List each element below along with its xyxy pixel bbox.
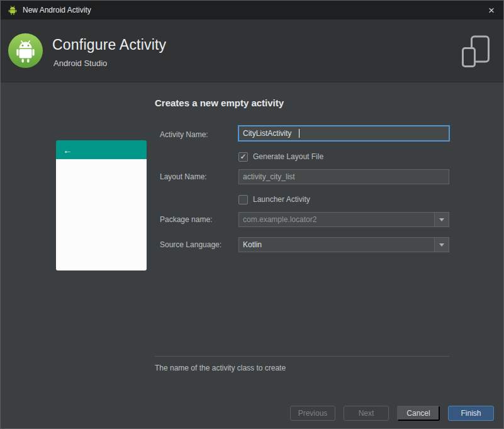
wizard-header: Configure Activity Android Studio: [1, 20, 503, 82]
activity-name-label: Activity Name:: [160, 130, 208, 139]
preview-appbar: ←: [56, 140, 147, 159]
source-language-label: Source Language:: [160, 240, 221, 249]
previous-button[interactable]: Previous: [290, 406, 335, 421]
preview-body: [56, 159, 147, 270]
text-caret: [299, 129, 300, 138]
back-arrow-icon: ←: [63, 145, 72, 155]
new-android-activity-dialog: New Android Activity ×: [0, 0, 504, 429]
generate-layout-label: Generate Layout File: [253, 152, 323, 161]
chevron-down-icon: [439, 243, 444, 247]
source-language-combobox[interactable]: Kotlin: [238, 237, 449, 252]
chevron-down-icon: [439, 218, 444, 221]
activity-preview: ←: [56, 140, 147, 270]
activity-name-field-wrap: [238, 126, 449, 141]
wizard-body: Creates a new empty activity ← Activity …: [1, 83, 503, 428]
generate-layout-checkbox-row[interactable]: ✓ Generate Layout File: [238, 152, 323, 162]
title-bar: New Android Activity ×: [1, 1, 503, 20]
next-button[interactable]: Next: [344, 406, 389, 421]
separator: [155, 356, 449, 357]
package-name-combobox[interactable]: com.example.locator2: [238, 212, 449, 227]
package-name-label: Package name:: [160, 215, 212, 224]
package-dropdown-button[interactable]: [434, 213, 449, 226]
finish-button[interactable]: Finish: [448, 406, 494, 421]
wizard-subtitle: Android Studio: [53, 58, 107, 68]
package-name-value: com.example.locator2: [239, 213, 434, 226]
window-title: New Android Activity: [23, 6, 91, 14]
android-icon: [8, 5, 18, 15]
launcher-checkbox[interactable]: [238, 195, 248, 204]
activity-name-input[interactable]: [238, 126, 449, 141]
step-heading: Creates a new empty activity: [155, 98, 284, 108]
generate-layout-checkbox[interactable]: ✓: [238, 152, 248, 162]
launcher-label: Launcher Activity: [253, 195, 310, 204]
dialog-button-bar: Previous Next Cancel Finish: [290, 406, 494, 421]
layout-name-label: Layout Name:: [160, 172, 207, 181]
close-icon[interactable]: ×: [486, 5, 496, 16]
layout-name-input[interactable]: [238, 169, 449, 184]
layout-name-field-wrap: [238, 169, 449, 184]
source-dropdown-button[interactable]: [434, 238, 449, 252]
phone-tablet-icon: [461, 35, 490, 70]
launcher-checkbox-row[interactable]: Launcher Activity: [238, 194, 310, 204]
help-text: The name of the activity class to create: [155, 364, 286, 372]
android-studio-logo-icon: [8, 33, 43, 69]
wizard-title: Configure Activity: [52, 36, 166, 53]
source-language-value: Kotlin: [239, 238, 434, 252]
cancel-button[interactable]: Cancel: [397, 406, 440, 421]
